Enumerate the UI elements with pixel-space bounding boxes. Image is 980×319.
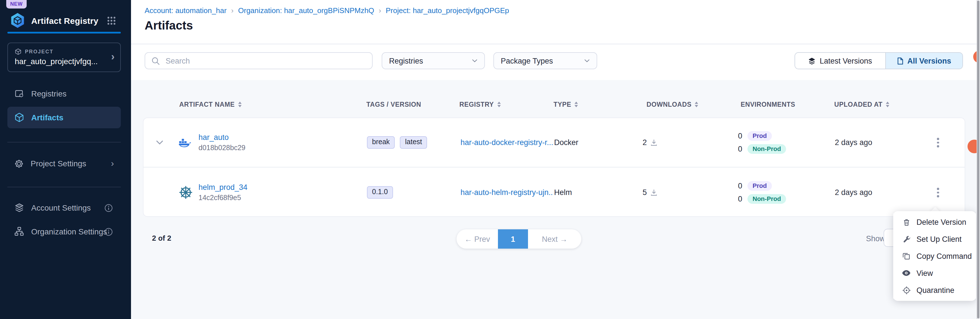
menu-item-view[interactable]: View: [893, 265, 976, 282]
nonprod-badge: Non-Prod: [748, 194, 786, 204]
artifact-name-link[interactable]: har_auto: [199, 133, 245, 142]
tag-chip: break: [367, 136, 395, 149]
sort-icon: [695, 102, 698, 107]
row-actions-kebab-icon[interactable]: [934, 136, 942, 149]
tag-chip: latest: [400, 136, 427, 149]
registry-link[interactable]: har-auto-helm-registry-ujn...: [460, 188, 553, 197]
column-header-label: TAGS / VERSION: [366, 101, 421, 108]
uploaded-at-cell: 2 days ago: [835, 138, 872, 147]
crosshair-icon: [902, 286, 911, 294]
type-cell: Helm: [554, 188, 572, 197]
menu-item-delete-version[interactable]: Delete Version: [893, 214, 976, 230]
artifact-registry-logo-icon: [9, 12, 26, 29]
registries-filter-label: Registries: [389, 56, 423, 65]
scrollbar-thumb[interactable]: [977, 0, 980, 319]
column-header-label: ENVIRONMENTS: [741, 101, 795, 108]
menu-item-label: Delete Version: [916, 218, 966, 226]
eye-icon: [902, 270, 911, 276]
sidebar-item-label: Account Settings: [31, 203, 91, 212]
registries-filter-dropdown[interactable]: Registries: [382, 52, 485, 69]
copy-icon: [902, 252, 911, 260]
artifact-digest: 14c2cf68f9e5: [199, 194, 248, 202]
expand-chevron-icon[interactable]: [156, 140, 163, 145]
app-window: NEW Artifact Registry: [0, 0, 980, 319]
search-icon: [151, 56, 160, 65]
info-icon[interactable]: [104, 227, 113, 236]
breadcrumb: Account: automation_har › Organization: …: [145, 6, 509, 15]
context-menu: Delete Version Set Up Client Copy Comman…: [893, 211, 976, 301]
breadcrumb-organization[interactable]: Organization: har_auto_orgBPiSNPMzhQ: [238, 6, 374, 15]
downloads-count: 5: [643, 188, 647, 197]
next-page-button[interactable]: Next →: [528, 229, 581, 249]
column-header-downloads[interactable]: DOWNLOADS: [646, 96, 698, 113]
breadcrumb-project[interactable]: Project: har_auto_projectjvfgqOPGEp: [386, 6, 509, 15]
info-icon[interactable]: [104, 204, 113, 212]
latest-versions-button[interactable]: Latest Versions: [795, 53, 886, 69]
downloads-cell: 5: [643, 188, 657, 197]
sidebar-item-label: Project Settings: [30, 159, 86, 168]
page-1-button[interactable]: 1: [498, 229, 528, 249]
uploaded-at-cell: 2 days ago: [835, 188, 872, 197]
breadcrumb-separator: ›: [379, 6, 382, 15]
tags-cell: break latest: [367, 136, 427, 149]
artifact-name-cell: har_auto d018b028bc29: [199, 133, 245, 152]
prev-page-button[interactable]: ← Prev: [457, 229, 498, 249]
artifact-name-link[interactable]: helm_prod_34: [199, 183, 248, 191]
registries-icon: [14, 89, 24, 99]
docker-icon: [179, 137, 191, 148]
project-selector-value: har_auto_projectjvfgq...: [15, 57, 105, 66]
column-header-label: DOWNLOADS: [646, 101, 692, 108]
sidebar-item-organization-settings[interactable]: Organization Settings: [7, 222, 121, 241]
registry-link[interactable]: har-auto-docker-registry-r...: [460, 138, 553, 147]
environments-cell: 0 Prod 0 Non-Prod: [738, 131, 786, 154]
column-header-environments: ENVIRONMENTS: [741, 96, 795, 113]
nonprod-badge: Non-Prod: [748, 144, 786, 154]
download-icon: [650, 189, 657, 196]
sidebar-item-artifacts[interactable]: Artifacts: [7, 107, 121, 128]
sort-icon: [575, 102, 578, 107]
helm-icon: [179, 185, 193, 199]
column-header-registry[interactable]: REGISTRY: [460, 96, 501, 113]
nonprod-count: 0: [738, 145, 742, 153]
sidebar-item-project-settings[interactable]: Project Settings ›: [7, 154, 121, 173]
type-cell: Docker: [554, 138, 579, 147]
version-view-toggle: Latest Versions All Versions: [795, 52, 963, 69]
all-versions-label: All Versions: [907, 56, 951, 65]
row-actions-kebab-icon[interactable]: [934, 186, 942, 199]
chevron-right-icon: ›: [111, 51, 115, 63]
menu-item-label: Set Up Client: [916, 235, 962, 243]
sidebar-item-label: Registries: [31, 89, 67, 98]
column-header-label: UPLOADED AT: [834, 101, 883, 108]
layers-gear-icon: [14, 203, 24, 213]
artifacts-cube-icon: [14, 112, 24, 123]
column-header-uploaded-at[interactable]: UPLOADED AT: [834, 96, 889, 113]
project-cube-icon: [15, 48, 22, 55]
project-selector-label: PROJECT: [25, 49, 53, 54]
package-types-filter-dropdown[interactable]: Package Types: [493, 52, 597, 69]
column-header-artifact-name[interactable]: ARTIFACT NAME: [179, 96, 242, 113]
menu-item-quarantine[interactable]: Quarantine: [893, 282, 976, 298]
sidebar: NEW Artifact Registry: [0, 0, 131, 319]
menu-item-set-up-client[interactable]: Set Up Client: [893, 230, 976, 247]
new-badge: NEW: [6, 0, 27, 8]
search-input[interactable]: [164, 56, 360, 65]
project-selector[interactable]: PROJECT har_auto_projectjvfgq... ›: [7, 43, 121, 72]
breadcrumb-account[interactable]: Account: automation_har: [145, 6, 227, 15]
org-hierarchy-icon: [14, 226, 24, 237]
sidebar-item-account-settings[interactable]: Account Settings: [7, 198, 121, 217]
sidebar-item-label: Organization Settings: [31, 227, 107, 236]
sort-icon: [886, 102, 889, 107]
chevron-down-icon: [472, 59, 477, 62]
show-label: Show: [866, 234, 885, 243]
module-grid-icon[interactable]: [107, 16, 116, 27]
all-versions-button[interactable]: All Versions: [886, 53, 963, 69]
page-title: Artifacts: [145, 19, 193, 32]
sidebar-item-registries[interactable]: Registries: [7, 84, 121, 103]
column-header-type[interactable]: TYPE: [554, 96, 578, 113]
table-row: helm_prod_34 14c2cf68f9e5 0.1.0 har-auto…: [143, 167, 965, 217]
divider: [131, 44, 977, 44]
tags-cell: 0.1.0: [367, 186, 393, 199]
menu-item-copy-command[interactable]: Copy Command: [893, 247, 976, 265]
pagination-summary: 2 of 2: [152, 234, 171, 242]
artifact-digest: d018b028bc29: [199, 144, 245, 152]
